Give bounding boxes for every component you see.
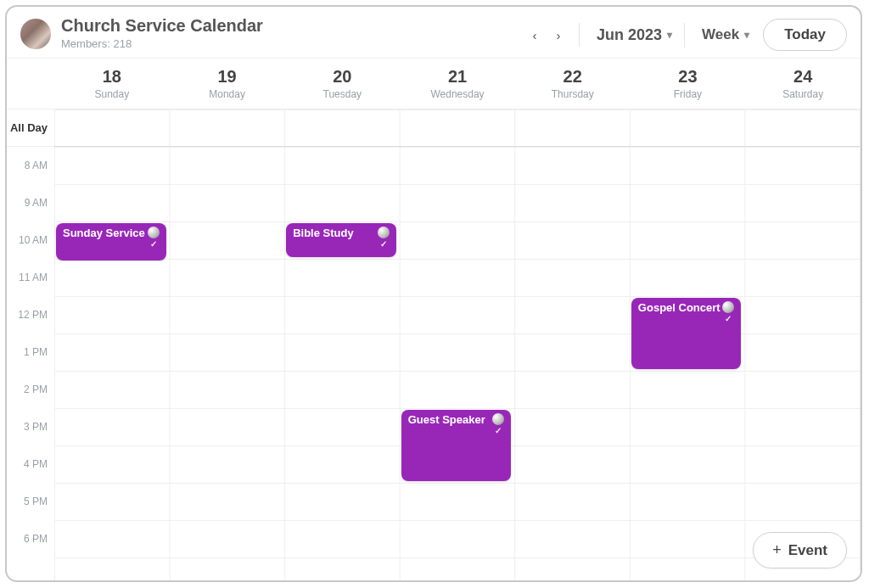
next-week-button[interactable]: › (547, 23, 570, 47)
allday-row[interactable] (54, 109, 860, 147)
nav-arrows: ‹ › (523, 23, 580, 47)
day-header[interactable]: 19 Monday (170, 59, 285, 109)
hour-label: 9 AM (7, 184, 54, 221)
calendar-app-frame: Church Service Calendar Members: 218 ‹ ›… (5, 5, 862, 582)
time-gutter-head (7, 59, 54, 109)
hour-label: 1 PM (7, 333, 54, 371)
organizer-avatar-icon (148, 227, 160, 238)
organizer-avatar-icon (378, 227, 390, 238)
calendar-grid-wrap: All Day 8 AM 9 AM 10 AM 11 AM 12 PM 1 PM… (7, 109, 861, 582)
hour-label: 10 AM (7, 221, 54, 259)
day-header[interactable]: 24 Saturday (745, 59, 861, 109)
allday-label: All Day (7, 109, 54, 147)
event-title: Sunday Service (63, 227, 145, 239)
event-icons: ✓ (378, 227, 390, 249)
header-right: ‹ › Jun 2023 ▾ Week ▾ Today (523, 19, 847, 51)
event-icons: ✓ (148, 227, 160, 249)
group-avatar[interactable] (20, 19, 51, 49)
check-icon: ✓ (495, 427, 502, 435)
hour-label: 2 PM (7, 371, 54, 408)
calendar-grid[interactable]: Sunday Service✓Bible Study✓Gospel Concer… (54, 109, 861, 582)
event-title: Bible Study (293, 227, 354, 239)
time-column: All Day 8 AM 9 AM 10 AM 11 AM 12 PM 1 PM… (7, 109, 54, 582)
organizer-avatar-icon (492, 413, 504, 425)
hour-label: 4 PM (7, 445, 54, 483)
title-block: Church Service Calendar Members: 218 (61, 15, 263, 50)
day-header[interactable]: 21 Wednesday (400, 59, 515, 109)
calendar-event[interactable]: Bible Study✓ (286, 223, 396, 257)
day-header[interactable]: 18 Sunday (54, 59, 170, 109)
check-icon: ✓ (725, 315, 732, 323)
day-header[interactable]: 20 Tuesday (284, 59, 400, 109)
day-header[interactable]: 23 Friday (631, 59, 746, 109)
check-icon: ✓ (150, 240, 157, 249)
hour-label: 8 AM (7, 147, 54, 184)
organizer-avatar-icon (722, 301, 734, 313)
plus-icon: + (772, 541, 782, 559)
calendar-event[interactable]: Sunday Service✓ (56, 223, 166, 260)
chevron-down-icon: ▾ (744, 29, 749, 41)
hour-label: 5 PM (7, 483, 54, 520)
view-picker[interactable]: Week ▾ (697, 23, 754, 47)
prev-week-button[interactable]: ‹ (523, 23, 547, 47)
hour-label: 11 AM (7, 259, 54, 296)
view-label: Week (702, 26, 739, 43)
day-headers: 18 Sunday 19 Monday 20 Tuesday 21 Wednes… (7, 58, 861, 109)
today-button[interactable]: Today (763, 19, 847, 51)
chevron-right-icon: › (557, 28, 561, 42)
day-header[interactable]: 22 Thursday (515, 59, 631, 109)
members-count: Members: 218 (61, 37, 263, 50)
calendar-event[interactable]: Gospel Concert✓ (631, 298, 742, 369)
month-picker[interactable]: Jun 2023 ▾ (591, 23, 685, 48)
event-icons: ✓ (492, 413, 504, 435)
hour-label: 12 PM (7, 296, 54, 333)
header-bar: Church Service Calendar Members: 218 ‹ ›… (7, 7, 861, 58)
calendar-event[interactable]: Guest Speaker✓ (401, 410, 512, 481)
header-left: Church Service Calendar Members: 218 (20, 15, 263, 50)
check-icon: ✓ (380, 240, 387, 249)
chevron-left-icon: ‹ (533, 28, 537, 42)
add-event-label: Event (788, 542, 827, 559)
event-title: Guest Speaker (408, 413, 485, 426)
event-icons: ✓ (722, 301, 734, 323)
hour-label: 3 PM (7, 408, 54, 445)
month-label: Jun 2023 (597, 26, 662, 44)
page-title: Church Service Calendar (61, 15, 263, 36)
hour-label: 6 PM (7, 520, 54, 557)
chevron-down-icon: ▾ (667, 29, 672, 41)
event-title: Gospel Concert (638, 301, 720, 314)
add-event-button[interactable]: + Event (753, 532, 847, 568)
